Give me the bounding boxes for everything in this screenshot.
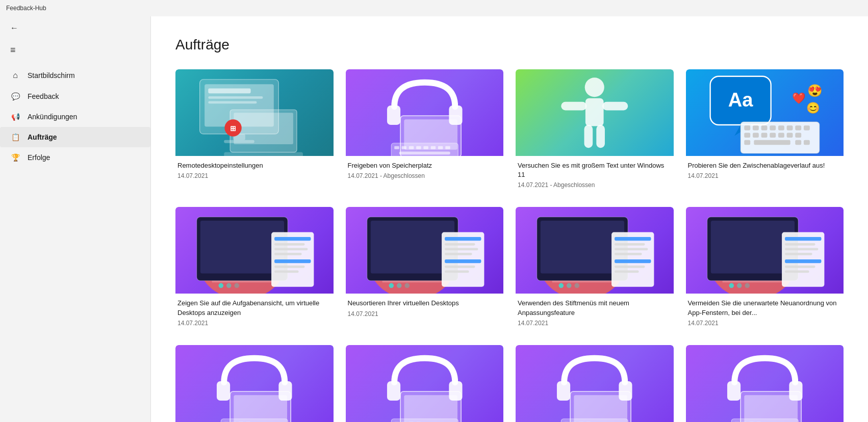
sidebar-item-feedback[interactable]: 💬 Feedback [0,86,150,107]
svg-rect-67 [274,237,311,241]
svg-rect-87 [445,266,475,268]
card-svg-clipboard: Aa [686,69,844,156]
card-row3c[interactable] [516,345,674,422]
svg-rect-112 [785,237,821,241]
card-date-fenster: 14.07.2021 [688,320,842,327]
svg-text:😊: 😊 [806,101,820,115]
svg-rect-50 [786,133,793,138]
svg-rect-9 [234,113,293,144]
feedback-icon: 💬 [10,92,20,100]
svg-rect-95 [552,281,612,283]
card-svg-row3c [516,345,674,422]
card-row3b[interactable] [346,345,504,422]
svg-rect-10 [224,152,303,156]
svg-rect-47 [761,133,767,138]
sidebar-item-startbildschirm[interactable]: ⌂ Startbildschirm [0,65,150,86]
svg-rect-49 [778,133,784,138]
svg-point-63 [226,283,232,288]
svg-rect-86 [445,259,481,263]
card-title-remote: Remotedesktopeinstellungen [177,161,331,170]
svg-rect-21 [409,146,414,149]
achievements-icon: 🏆 [10,153,20,162]
svg-rect-44 [803,125,809,130]
svg-rect-53 [754,140,790,145]
svg-rect-122 [234,395,287,422]
svg-rect-73 [274,271,299,273]
card-stift[interactable]: Verwenden des Stiftmenüs mit neuem Anpas… [516,207,674,328]
card-row3a[interactable] [175,345,334,422]
card-date-text: 14.07.2021 - Abgeschlossen [518,181,672,189]
svg-rect-3 [208,88,250,93]
svg-rect-119 [217,381,230,400]
sidebar-item-label: Ankündigungen [28,113,77,121]
svg-rect-83 [445,243,475,246]
card-svg-fenster [686,207,844,294]
svg-rect-116 [785,259,821,263]
svg-rect-52 [744,140,750,145]
card-svg-aufgaben [175,207,334,294]
svg-rect-25 [438,146,443,149]
card-fenster[interactable]: Vermeiden Sie die unerwartete Neuanordnu… [686,207,844,328]
card-date-remote: 14.07.2021 [177,172,331,179]
card-info-neusortieren: Neusortieren Ihrer virtuellen Desktops 1… [346,294,504,319]
svg-rect-27 [399,151,450,154]
card-title-text: Versuchen Sie es mit großem Text unter W… [518,161,672,179]
card-info-fenster: Vermeiden Sie die unerwartete Neuanordnu… [686,294,844,328]
svg-rect-45 [744,133,750,138]
svg-rect-31 [602,102,628,111]
sidebar-item-ankuendigungen[interactable]: 📢 Ankündigungen [0,107,150,127]
sidebar: ← ≡ ⌂ Startbildschirm 💬 Feedback 📢 Ankün… [0,0,151,422]
back-button[interactable]: ← [0,16,150,40]
svg-text:Aa: Aa [728,89,753,111]
card-text[interactable]: Versuchen Sie es mit großem Text unter W… [516,69,674,191]
card-info-text: Versuchen Sie es mit großem Text unter W… [516,156,674,191]
svg-rect-72 [274,266,305,268]
svg-rect-100 [615,253,642,255]
svg-rect-113 [785,243,815,246]
sidebar-item-label: Erfolge [28,153,50,162]
sidebar-nav: ⌂ Startbildschirm 💬 Feedback 📢 Ankündigu… [0,65,150,168]
card-clipboard[interactable]: Aa [686,69,844,191]
svg-rect-144 [574,395,627,422]
svg-rect-84 [445,248,478,251]
hamburger-icon: ≡ [10,45,16,55]
card-image-row3c [516,345,674,422]
card-title-fenster: Vermeiden Sie die unerwartete Neuanordnu… [688,299,842,317]
svg-rect-70 [274,253,302,255]
card-info-aufgaben: Zeigen Sie auf die Aufgabenansicht, um v… [175,294,334,328]
svg-text:❤️: ❤️ [792,92,806,105]
sidebar-item-label: Aufträge [28,133,57,141]
svg-rect-157 [731,418,798,422]
svg-point-78 [396,283,401,288]
card-image-row3d [686,345,844,422]
card-neusortieren[interactable]: Neusortieren Ihrer virtuellen Desktops 1… [346,207,504,328]
back-icon: ← [10,23,18,32]
announcements-icon: 📢 [10,113,20,121]
svg-rect-103 [615,271,639,273]
svg-rect-54 [795,140,801,145]
svg-rect-42 [786,125,793,130]
svg-rect-41 [778,125,784,130]
svg-point-64 [234,283,239,288]
sidebar-item-erfolge[interactable]: 🏆 Erfolge [0,147,150,168]
card-image-speicher [346,69,504,156]
card-info-clipboard: Probieren Sie den Zwischenablageverlauf … [686,156,844,181]
svg-rect-40 [770,125,776,130]
svg-rect-130 [387,381,400,400]
card-info-stift: Verwenden des Stiftmenüs mit neuem Anpas… [516,294,674,328]
card-aufgaben[interactable]: Zeigen Sie auf die Aufgabenansicht, um v… [175,207,334,328]
card-speicher[interactable]: Freigeben von Speicherplatz 14.07.2021 -… [346,69,504,191]
main-content: Aufträge [151,0,868,422]
svg-rect-88 [445,271,469,273]
svg-rect-5 [208,101,257,103]
card-row3d[interactable] [686,345,844,422]
card-remote[interactable]: ⊞ Remotedesktopeinstellungen 14.07.2021 [175,69,334,191]
svg-rect-55 [803,140,809,145]
svg-point-94 [574,283,579,288]
card-image-text [516,69,674,156]
sidebar-item-auftraege[interactable]: 📋 Aufträge [0,127,150,147]
hamburger-button[interactable]: ≡ [0,40,150,61]
card-grid-row3 [175,345,844,422]
svg-rect-114 [785,248,818,251]
card-svg-text [516,69,674,156]
